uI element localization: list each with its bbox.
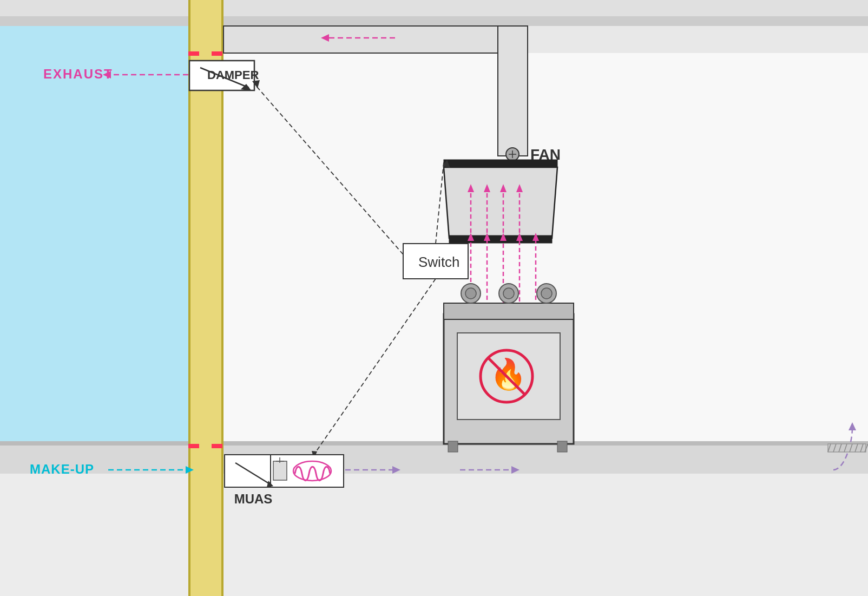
svg-rect-23 <box>444 160 557 167</box>
svg-rect-15 <box>223 26 527 53</box>
main-canvas: DAMPER FAN EXHAUST Switch <box>0 0 868 596</box>
svg-rect-12 <box>188 444 199 448</box>
svg-rect-7 <box>0 441 868 446</box>
svg-marker-24 <box>444 167 557 238</box>
svg-rect-72 <box>273 461 287 480</box>
muas-label: MUAS <box>234 492 273 506</box>
svg-rect-2 <box>0 0 868 16</box>
svg-rect-67 <box>557 441 567 452</box>
svg-rect-11 <box>188 51 199 56</box>
svg-rect-6 <box>0 474 868 596</box>
svg-rect-66 <box>448 441 458 452</box>
svg-rect-56 <box>444 303 574 319</box>
svg-point-58 <box>465 288 476 299</box>
exhaust-label: EXHAUST <box>43 67 113 81</box>
switch-label: Switch <box>418 254 460 270</box>
svg-point-60 <box>503 288 514 299</box>
svg-rect-14 <box>212 444 222 448</box>
damper-label: DAMPER <box>207 68 259 82</box>
svg-point-62 <box>541 288 552 299</box>
flame-icon: 🔥 <box>490 357 527 392</box>
svg-rect-13 <box>212 51 222 56</box>
svg-rect-19 <box>498 26 528 156</box>
svg-rect-3 <box>0 16 868 26</box>
makeup-label: MAKE-UP <box>30 462 94 476</box>
